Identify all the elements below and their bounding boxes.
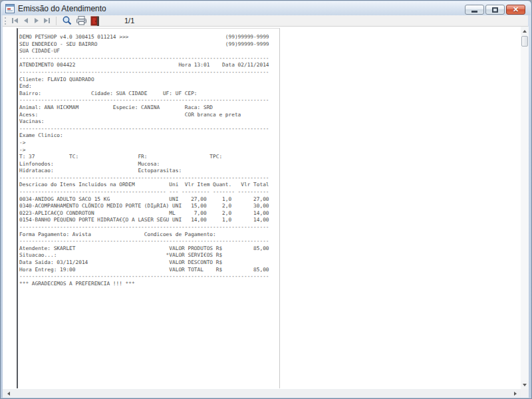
close-icon: ✕: [513, 6, 519, 13]
report-line: Cliente: FLAVIO QUADRADO: [19, 76, 269, 84]
report-line: *** AGRADECEMOS A PREFERENCIA !!! ***: [19, 281, 269, 288]
report-line: ----------------------------------------…: [19, 238, 269, 245]
exit-button[interactable]: [89, 16, 101, 26]
report-line: Bairro: Cidade: SUA CIDADE UF: UF CEP:: [19, 90, 269, 98]
next-page-icon: [35, 18, 39, 23]
report-line: Atendente: SKARLET VALOR PRODUTOS R$ 85,…: [19, 245, 269, 253]
report-line: 0154-BANHO PEQUENO PORTE HIDRATA€ÇO A LA…: [19, 217, 269, 224]
scroll-left-button[interactable]: [4, 389, 13, 398]
report-line: ----------------------------------------…: [19, 55, 269, 63]
report-line: SUA CIDADE-UF: [19, 48, 269, 55]
maximize-icon: [492, 7, 498, 13]
report-line: 0340-ACOMPANHAMENTO CLÖNICO MEDIO PORTE …: [19, 203, 269, 210]
report-line: Situacao...: *VALOR SERVI€OS R$: [19, 252, 269, 259]
next-page-button[interactable]: [31, 16, 41, 26]
report-line: Acess: COR branca e preta: [19, 112, 269, 119]
print-button[interactable]: [74, 16, 88, 26]
printer-icon: [76, 15, 87, 26]
report-preview-window: Emissão do Atendimento ✕: [0, 0, 532, 399]
title-bar[interactable]: Emissão do Atendimento ✕: [1, 1, 531, 15]
zoom-button[interactable]: [61, 16, 74, 26]
scroll-down-button[interactable]: [521, 380, 529, 389]
preview-toolbar: 1/1: [3, 15, 528, 27]
scroll-up-button[interactable]: [521, 27, 529, 35]
report-line: DEMO PETSHOP v4.0 300415 011214 >>> (99)…: [19, 34, 269, 41]
last-page-button[interactable]: [42, 16, 52, 26]
scrollbar-corner: [521, 389, 529, 398]
page-indicator: 1/1: [124, 17, 134, 25]
previous-page-button[interactable]: [21, 16, 31, 26]
report-line: Descricao do Itens Incluidos na ORDEM Un…: [19, 182, 269, 189]
preview-area: DEMO PETSHOP v4.0 300415 011214 >>> (99)…: [3, 27, 529, 398]
report-line: Linfonodos: Mucosa:: [19, 161, 269, 168]
minimize-button[interactable]: [465, 5, 484, 15]
report-line: ----------------------------------------…: [19, 69, 269, 76]
magnifier-icon: [62, 15, 72, 26]
report-line: ->: [19, 140, 269, 147]
window-controls: ✕: [465, 5, 525, 15]
window-title: Emissão do Atendimento: [18, 4, 106, 13]
scroll-right-button[interactable]: [511, 389, 519, 398]
report-line: Vacinas:: [19, 118, 269, 126]
exit-door-icon: [90, 16, 100, 26]
report-line: Animal: ANA HICKMAM Especie: CANINA Raca…: [19, 104, 269, 112]
previous-page-icon: [24, 18, 28, 23]
report-line: End:: [19, 83, 269, 90]
horizontal-scrollbar[interactable]: [3, 389, 521, 398]
report-line: 0223-APLICA€ÇO CONDROTON ML 7,00 2,0 14,…: [19, 210, 269, 217]
report-line: ----------------------------------------…: [19, 97, 269, 104]
vertical-scrollbar[interactable]: [521, 27, 529, 389]
report-line: Exame Clinico:: [19, 132, 269, 140]
toolbar-separator: [56, 17, 57, 25]
report-line: 0034-ANIDOG ADULTO SACO 15 KG UNI 27,00 …: [19, 196, 269, 203]
report-lines: DEMO PETSHOP v4.0 300415 011214 >>> (99)…: [19, 34, 269, 287]
first-page-button[interactable]: [10, 16, 20, 26]
arrow-up-icon: [523, 30, 527, 33]
report-line: Hidratacao: Ectoparasitas:: [19, 168, 269, 175]
first-page-icon: [12, 18, 13, 23]
vertical-scroll-thumb[interactable]: [521, 36, 528, 47]
report-line: ----------------------------------------…: [19, 224, 269, 231]
minimize-icon: [471, 11, 477, 13]
report-line: ->: [19, 147, 269, 154]
report-line: ----------------------------------------…: [19, 189, 269, 196]
report-line: SEU ENDERE€O - SEU BAIRRO (99)99999-9999: [19, 41, 269, 49]
arrow-left-icon: [7, 392, 10, 396]
report-line: ATENDIMENTO 004422 Hora 13:01 Data 02/11…: [19, 62, 269, 69]
toolbar-grip[interactable]: [5, 17, 7, 25]
maximize-button[interactable]: [485, 5, 505, 15]
report-line: ----------------------------------------…: [19, 175, 269, 182]
report-line: ----------------------------------------…: [19, 273, 269, 281]
report-line: T: 37 TC: FR: TPC:: [19, 154, 269, 161]
screen: Emissão do Atendimento ✕: [0, 0, 532, 399]
form-icon: [5, 4, 15, 13]
arrow-right-icon: [514, 392, 517, 396]
report-line: Forma Pagamento: Avista Condicoes de Pag…: [19, 231, 269, 239]
arrow-down-icon: [523, 384, 527, 386]
report-line: Data Saida: 03/11/2014 VALOR DESCONTO R$: [19, 259, 269, 267]
report-line: ----------------------------------------…: [19, 126, 269, 133]
close-button[interactable]: ✕: [506, 5, 525, 15]
report-line: Hora Entreg: 19:00 VALOR TOTAL R$ 85,00: [19, 267, 269, 274]
last-page-icon: [44, 18, 48, 23]
